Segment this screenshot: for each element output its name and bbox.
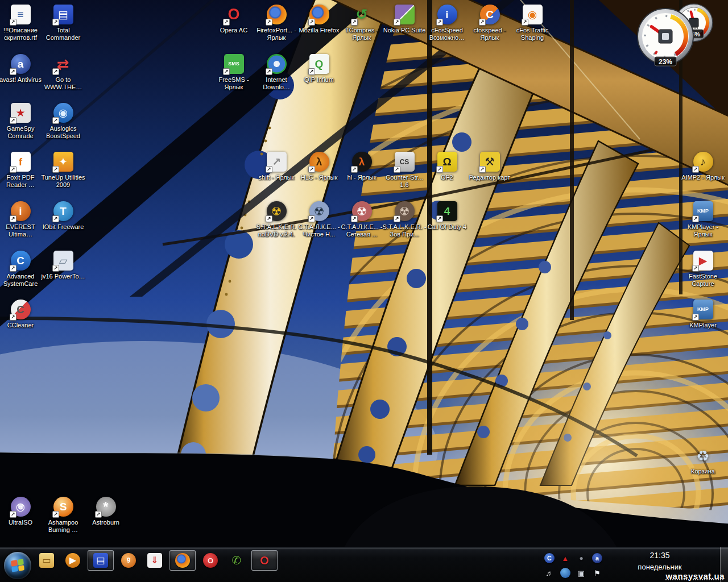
windows-logo-icon xyxy=(11,559,24,572)
desktop-icon-astroburn[interactable]: *↗Astroburn xyxy=(84,497,128,526)
desktop-icon-label: cFosSpeed Возможно… xyxy=(425,27,469,42)
desktop-icon-stalker-zov-pripyati[interactable]: ☢↗S.T.A.L.K.E.R. - Зов При... xyxy=(382,201,427,239)
desktop-icon-hlc-shortcut[interactable]: λ↗HLC - Ярлык xyxy=(297,152,341,181)
desktop-icon-stalker-chistoe-nebo[interactable]: ☢↗С.Т.А.Л.К.Е... - Чистое Н... xyxy=(297,201,341,239)
recycle-bin-icon: ♻ xyxy=(693,446,713,465)
desktop-icon-label: Advanced SystemCare xyxy=(0,273,43,288)
desktop-icon-ccleaner[interactable]: C↗CCleaner xyxy=(0,300,43,329)
firefox-portable-icon: ↗ xyxy=(267,5,287,24)
shortcut-arrow-overlay: ↗ xyxy=(436,166,443,173)
tray-action-flag-tray[interactable]: ⚑ xyxy=(592,568,602,578)
shortcut-arrow-overlay: ↗ xyxy=(351,215,358,222)
cpu-ram-gauge-gadget[interactable]: 35% 23% xyxy=(636,2,719,66)
desktop-icon-cfosspeed-info[interactable]: i↗cFosSpeed Возможно… xyxy=(425,5,469,42)
desktop-icon-label: FirefoxPort... - Ярлык xyxy=(254,27,299,42)
taskbar-button-media-player[interactable]: ▶ xyxy=(61,550,84,571)
desktop-icon-label: С.Т.А.Л.К.Е... - Чистое Н... xyxy=(297,223,341,239)
start-button[interactable] xyxy=(4,552,31,579)
desktop-icon-label: Редактор карт xyxy=(469,174,511,181)
tray-mouse-device-tray[interactable]: ● xyxy=(576,553,586,563)
faststone-capture-icon: ▶↗ xyxy=(693,251,713,271)
desktop-icon-jv16-powertools[interactable]: ▱↗jv16 PowerTo… xyxy=(41,251,85,280)
desktop-icon-of2[interactable]: Ω↗OF2 xyxy=(425,152,469,181)
desktop-icon-goto-www[interactable]: ⇄↗Go to WWW.THE… xyxy=(41,54,85,92)
desktop-icon-recycle-bin[interactable]: ♻Корзина xyxy=(681,446,725,475)
desktop-icon-qip-infium[interactable]: Q↗QIP Infium xyxy=(297,54,341,84)
avast-antivirus-icon: a↗ xyxy=(11,54,31,74)
tray-avast-tray[interactable]: a xyxy=(592,553,602,563)
desktop-icon-tcompres[interactable]: ↺↗TCompres - Ярлык xyxy=(340,5,384,42)
desktop-icon-label: avast! Antivirus xyxy=(0,76,42,84)
internet-download-manager-icon: ↓↗ xyxy=(267,54,287,74)
desktop-icon-cfos-traffic-shaping[interactable]: ◉↗cFos Traffic Shaping xyxy=(510,5,555,42)
desktop-icon-auslogics-boostspeed[interactable]: ◉↗Auslogics BoostSpeed xyxy=(41,103,85,140)
taskbar-button-firefox[interactable] xyxy=(169,550,196,571)
stalker-setevaya-icon: ☢↗ xyxy=(352,201,372,221)
shortcut-arrow-overlay: ↗ xyxy=(692,166,699,173)
tray-red-triangle-tray[interactable]: ▲ xyxy=(560,553,570,563)
taskbar-clock[interactable]: 21:35 понедельник xyxy=(614,550,705,573)
desktop-icon-freesms[interactable]: SMS↗FreeSMS - Ярлык xyxy=(212,54,256,92)
taskbar-button-download-master[interactable]: ⇓ xyxy=(143,550,166,571)
desktop-icon-internet-download-manager[interactable]: ↓↗Internet Downlo… xyxy=(254,54,299,92)
desktop-icon-gamespy-comrade[interactable]: ★↗GameSpy Comrade xyxy=(0,103,43,140)
ultraiso-icon: ◎↗ xyxy=(11,497,31,517)
shortcut-arrow-overlay: ↗ xyxy=(52,215,59,222)
counter-strike-16-icon: CS↗ xyxy=(395,152,415,172)
desktop-icon-iobit-freeware[interactable]: T↗IObit Freeware xyxy=(41,201,85,231)
iobit-freeware-icon: T↗ xyxy=(53,201,73,221)
auslogics-boostspeed-icon: ◉↗ xyxy=(53,103,73,123)
desktop-icon-label: cfosspeed - Ярлык xyxy=(468,27,512,42)
desktop-icon-call-of-duty-4[interactable]: 4↗Call Of Duty 4 xyxy=(425,201,469,231)
desktop-icon-cfosspeed-shortcut[interactable]: C↗cfosspeed - Ярлык xyxy=(468,5,512,42)
desktop-icon-counter-strike-16[interactable]: CS↗Counter-Str... 1.6 xyxy=(382,152,427,189)
desktop-icon-ultraiso[interactable]: ◎↗UltraISO xyxy=(0,497,43,526)
taskbar-button-opera-ac[interactable]: O xyxy=(199,550,222,571)
desktop-icon-kmplayer[interactable]: KMP↗KMPlayer xyxy=(681,300,725,329)
desktop-icon-avast-antivirus[interactable]: a↗avast! Antivirus xyxy=(0,54,43,84)
desktop-icon-map-editor[interactable]: ⚒↗Редактор карт xyxy=(468,152,512,181)
desktop-icon-opera-ac[interactable]: O↗Opera AC xyxy=(212,5,256,34)
desktop-icon-mozilla-firefox[interactable]: ↗Mozilla Firefox xyxy=(297,5,341,34)
tray-cfosspeed-tray[interactable]: C xyxy=(544,553,555,563)
mozilla-firefox-icon: ↗ xyxy=(309,5,329,24)
tray-lan-connection-tray[interactable]: ▣ xyxy=(576,568,586,578)
desktop-icon-opisanie-scriptov[interactable]: ≡↗!!!Описание скриптов.rtf xyxy=(0,5,43,42)
taskbar-button-explorer[interactable]: ▭ xyxy=(35,550,58,571)
desktop-icon-foxit-pdf-reader[interactable]: f↗Foxit PDF Reader … xyxy=(0,152,43,189)
desktop-icon-label: TCompres - Ярлык xyxy=(340,27,384,42)
desktop-icon-kmplayer-shortcut[interactable]: KMP↗KMPlayer - Ярлык xyxy=(681,201,725,239)
taskbar-buttons: ▭▶▤9⇓O✆O xyxy=(35,550,278,571)
desktop-icon-label: jv16 PowerTo… xyxy=(41,273,85,280)
desktop-icon-tuneup-utilities[interactable]: ✦↗TuneUp Utilities 2009 xyxy=(41,152,85,189)
taskbar-button-total-commander[interactable]: ▤ xyxy=(88,550,114,571)
desktop-icon-advanced-systemcare[interactable]: C↗Advanced SystemCare xyxy=(0,251,43,288)
desktop-icon-firefox-portable[interactable]: ↗FirefoxPort... - Ярлык xyxy=(254,5,299,42)
system-tray: C▲●a♬▣⚑ xyxy=(541,551,605,580)
desktop-icon-ashampoo-burning[interactable]: S↗Ashampoo Burning … xyxy=(41,497,85,534)
shift-shortcut-icon: ↗↗ xyxy=(267,152,287,172)
taskbar-button-opera[interactable]: O xyxy=(251,550,278,571)
desktop-icon-stalker-setevaya[interactable]: ☢↗С.Т.А.Л.К.Е... - Сетевая ... xyxy=(340,201,384,239)
nine-ball-icon: 9 xyxy=(121,553,136,568)
taskbar-button-nine-ball[interactable]: 9 xyxy=(117,550,140,571)
cpu-gauge: 23% xyxy=(636,7,695,67)
desktop-icon-total-commander[interactable]: ▤↗Total Commander xyxy=(41,5,85,42)
shortcut-arrow-overlay: ↗ xyxy=(351,19,358,26)
tuneup-utilities-icon: ✦↗ xyxy=(53,152,73,172)
tray-volume-tray[interactable]: ♬ xyxy=(544,568,555,578)
shortcut-arrow-overlay: ↗ xyxy=(692,215,699,222)
desktop-icon-label: FastStone Capture xyxy=(681,273,725,288)
taskbar-button-nokia-phone[interactable]: ✆ xyxy=(225,550,248,571)
goto-www-icon: ⇄↗ xyxy=(53,54,73,74)
desktop-icon-shift-shortcut[interactable]: ↗↗shift - Ярлык xyxy=(254,152,299,181)
tray-network-globe-tray[interactable] xyxy=(560,568,570,578)
desktop-icon-faststone-capture[interactable]: ▶↗FastStone Capture xyxy=(681,251,725,288)
desktop-icon-label: Auslogics BoostSpeed xyxy=(41,125,85,140)
desktop-icon-nokia-pc-suite[interactable]: ↗Nokia PC Suite xyxy=(382,5,427,34)
desktop-icon-hl-shortcut[interactable]: λ↗hl - Ярлык xyxy=(340,152,384,181)
desktop-icon-everest-ultimate[interactable]: i↗EVEREST Ultima… xyxy=(0,201,43,239)
desktop-icon-stalker-nodvd[interactable]: ☢↗S.T.A.L.K.E.R. noDVD v.2.4. xyxy=(254,201,299,239)
desktop-icon-aimp2[interactable]: ♪↗AIMP2 - Ярлык xyxy=(681,152,725,181)
shortcut-arrow-overlay: ↗ xyxy=(10,314,16,321)
